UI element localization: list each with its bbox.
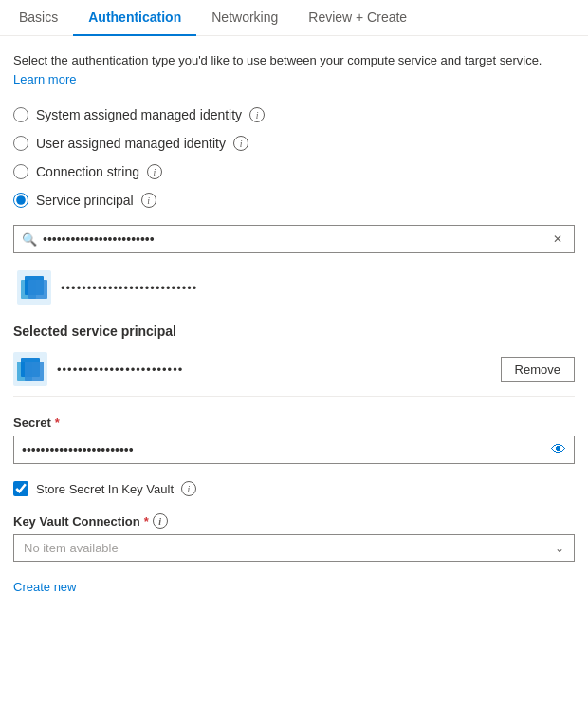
- tab-networking[interactable]: Networking: [196, 0, 293, 36]
- tab-review-create[interactable]: Review + Create: [293, 0, 422, 36]
- radio-service-principal[interactable]: Service principal i: [13, 193, 575, 208]
- radio-system-assigned[interactable]: System assigned managed identity i: [13, 107, 575, 122]
- svg-rect-3: [28, 280, 47, 299]
- auth-type-radio-group: System assigned managed identity i User …: [13, 107, 575, 208]
- radio-connection-string-input[interactable]: [13, 164, 28, 179]
- chevron-down-icon: ⌄: [555, 542, 564, 555]
- search-icon: 🔍: [22, 232, 37, 247]
- user-assigned-info-icon[interactable]: i: [233, 136, 248, 151]
- main-content: Select the authentication type you'd lik…: [0, 36, 588, 613]
- create-new-link[interactable]: Create new: [13, 580, 76, 594]
- search-result-dots: ••••••••••••••••••••••••••: [61, 281, 197, 295]
- learn-more-link[interactable]: Learn more: [13, 72, 76, 86]
- store-secret-checkbox[interactable]: [13, 481, 28, 496]
- connection-string-info-icon[interactable]: i: [147, 164, 162, 179]
- radio-connection-string-label: Connection string: [36, 164, 139, 179]
- radio-service-principal-label: Service principal: [36, 193, 134, 208]
- toggle-password-icon[interactable]: 👁: [551, 441, 566, 458]
- tab-bar: Basics Authentication Networking Review …: [0, 0, 588, 36]
- selected-principal-name: ••••••••••••••••••••••••: [57, 362, 491, 377]
- secret-input-wrapper[interactable]: 👁: [13, 436, 575, 464]
- remove-button[interactable]: Remove: [501, 357, 575, 382]
- clear-search-icon[interactable]: ✕: [549, 231, 566, 248]
- selected-principal-row: •••••••••••••••••••••••• Remove: [13, 352, 575, 397]
- tab-basics[interactable]: Basics: [13, 0, 73, 36]
- key-vault-label: Key Vault Connection * i: [13, 513, 575, 529]
- tab-authentication[interactable]: Authentication: [73, 0, 196, 36]
- secret-input[interactable]: [22, 442, 551, 457]
- radio-user-assigned[interactable]: User assigned managed identity i: [13, 136, 575, 151]
- store-secret-info-icon[interactable]: i: [181, 481, 196, 496]
- key-vault-field-section: Key Vault Connection * i No item availab…: [13, 513, 575, 562]
- key-vault-info-icon[interactable]: i: [153, 513, 168, 529]
- radio-system-assigned-label: System assigned managed identity: [36, 107, 242, 122]
- selected-section-title: Selected service principal: [13, 324, 575, 339]
- selected-service-principal-icon: [13, 352, 47, 386]
- secret-required-star: *: [55, 416, 60, 430]
- system-assigned-info-icon[interactable]: i: [249, 107, 265, 122]
- radio-connection-string[interactable]: Connection string i: [13, 164, 575, 179]
- key-vault-dropdown-value: No item available: [24, 541, 555, 555]
- store-secret-label: Store Secret In Key Vault: [36, 482, 174, 496]
- radio-user-assigned-input[interactable]: [13, 136, 28, 151]
- secret-field-section: Secret * 👁: [13, 416, 575, 464]
- description-text: Select the authentication type you'd lik…: [13, 51, 575, 88]
- search-box[interactable]: 🔍 ✕: [13, 225, 575, 253]
- radio-user-assigned-label: User assigned managed identity: [36, 136, 226, 151]
- search-result-item[interactable]: ••••••••••••••••••••••••••: [13, 265, 575, 310]
- service-principal-info-icon[interactable]: i: [141, 193, 156, 208]
- store-secret-row: Store Secret In Key Vault i: [13, 481, 575, 496]
- key-vault-dropdown[interactable]: No item available ⌄: [13, 534, 575, 562]
- search-input[interactable]: [43, 232, 549, 247]
- svg-rect-7: [25, 362, 44, 381]
- radio-system-assigned-input[interactable]: [13, 107, 28, 122]
- key-vault-required-star: *: [144, 514, 149, 529]
- radio-service-principal-input[interactable]: [13, 193, 28, 208]
- service-principal-icon: [17, 270, 51, 305]
- secret-label: Secret *: [13, 416, 575, 430]
